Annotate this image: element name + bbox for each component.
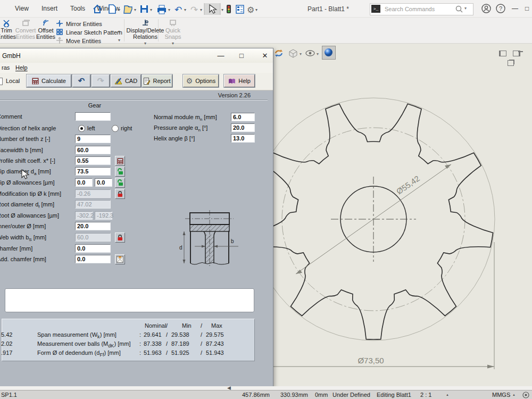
help-icon[interactable]: ?: [496, 4, 505, 13]
dialog-menu-extras[interactable]: ras: [2, 64, 10, 71]
status-units[interactable]: MMGS: [492, 392, 510, 398]
traffic-light-icon: [227, 5, 231, 13]
dialog-minimize-icon[interactable]: —: [215, 52, 227, 60]
chevron-down-icon[interactable]: ▾: [118, 29, 120, 34]
quick-toolbar-icons: ▾ ▾ ▾ ▾ ↶ ▾ ↷ ▾ ▾ ⚙ ▾: [89, 3, 260, 15]
field-input[interactable]: 0.0: [75, 255, 111, 263]
search-input[interactable]: Search Commands: [385, 6, 435, 12]
result-value: 29.641: [144, 331, 162, 338]
field-input[interactable]: 0.0: [95, 178, 112, 187]
dialog-menu-help[interactable]: Help: [15, 64, 28, 71]
maximize-icon[interactable]: □: [525, 5, 529, 12]
rebuild-icon[interactable]: [273, 48, 284, 59]
calculate-button[interactable]: Calculate: [27, 74, 71, 87]
minimize-doc-icon[interactable]: [518, 51, 523, 52]
field-input[interactable]: 6.0: [231, 113, 255, 121]
result-value: 51.943: [206, 350, 224, 356]
status-definition: Under Defined: [332, 392, 370, 398]
view-orientation-icon[interactable]: [288, 48, 298, 58]
field-input[interactable]: [75, 112, 111, 121]
dialog-title: GmbH: [2, 52, 21, 60]
menu-tools[interactable]: Tools: [70, 5, 85, 12]
search-commands-box[interactable]: >_ Search Commands ▾: [370, 3, 473, 15]
search-icon[interactable]: [455, 5, 463, 13]
field-input: 47.02: [75, 200, 111, 209]
display-style-button[interactable]: [322, 46, 336, 60]
chevron-down-icon[interactable]: ▾: [317, 52, 319, 56]
results-panel: Nominal/Min/Max5.42Span measurement (Wk)…: [2, 319, 255, 361]
hide-show-icon[interactable]: [305, 49, 315, 57]
chevron-down-icon[interactable]: ▾: [118, 38, 120, 43]
window-title: Part1 - Blatt1 *: [307, 5, 349, 13]
help-button-label: Help: [238, 78, 251, 84]
pane-left-icon[interactable]: [499, 51, 506, 56]
field-input[interactable]: 20.0: [75, 222, 111, 230]
chevron-down-icon[interactable]: ▾: [160, 40, 186, 47]
minimize-icon[interactable]: —: [512, 5, 518, 12]
status-editing[interactable]: Editing Blatt1: [377, 392, 411, 398]
chevron-down-icon: ▾: [184, 7, 186, 12]
field-input[interactable]: 60.0: [75, 146, 111, 154]
cmd-mirror-button[interactable]: Mirror Entities: [55, 19, 102, 28]
cmd-relations-button[interactable]: Display/DeleteRelations▾: [126, 19, 165, 47]
local-checkbox[interactable]: [0, 78, 3, 85]
cmd-linear-pattern-button[interactable]: Linear Sketch Pattern: [55, 28, 122, 36]
restore-doc-icon[interactable]: [508, 60, 514, 66]
cad-button[interactable]: CAD: [111, 74, 141, 87]
calculator-icon: [32, 78, 39, 85]
field-input[interactable]: 0.0: [75, 244, 111, 253]
helix-left-radio[interactable]: [78, 125, 85, 132]
properties-icon: [236, 5, 244, 13]
lock-open-icon[interactable]: [115, 178, 125, 188]
undo-button[interactable]: ↶: [72, 74, 90, 87]
caret-up-icon[interactable]: ▲: [512, 393, 516, 396]
calculator-small-icon[interactable]: [115, 156, 125, 166]
menu-insert[interactable]: Insert: [41, 5, 57, 12]
report-button[interactable]: Report: [142, 74, 172, 87]
field-input[interactable]: 20.0: [231, 123, 255, 132]
dialog-maximize-icon[interactable]: □: [236, 52, 247, 60]
chevron-down-icon: ▾: [150, 7, 152, 12]
results-header: /: [166, 322, 168, 329]
menu-view[interactable]: View: [15, 5, 29, 12]
chevron-down-icon[interactable]: ▾: [126, 40, 165, 47]
redo-button[interactable]: ↷: [92, 74, 110, 87]
status-tab-icon[interactable]: [522, 392, 529, 398]
lock-closed-icon[interactable]: [115, 189, 125, 199]
caret-up-icon[interactable]: ▲: [446, 393, 449, 396]
lock-open-icon[interactable]: [115, 167, 125, 177]
dialog-menu-bar: ras Help: [0, 63, 273, 73]
result-value: 87.189: [171, 340, 189, 347]
cmd-label: OffsetEntities: [33, 27, 59, 40]
solidworks-window: Ø55,42Ø73,50 ▾ ▾ View I: [0, 0, 532, 399]
help-button[interactable]: Help: [224, 74, 255, 87]
status-scale[interactable]: 2 : 1: [420, 392, 431, 398]
svg-text:?: ?: [499, 5, 502, 12]
dimension-tip-diameter: Ø73,50: [358, 356, 384, 365]
chevron-down-icon[interactable]: ▾: [300, 52, 302, 56]
dialog-title-bar[interactable]: GmbH — □ ✕: [0, 48, 273, 63]
field-label: Tip diameter da [mm]: [0, 168, 51, 176]
helix-right-radio[interactable]: [112, 125, 119, 132]
cmd-label: Linear Sketch Pattern: [66, 29, 122, 36]
field-input[interactable]: 0.55: [75, 156, 111, 165]
dialog-close-icon[interactable]: ✕: [259, 52, 271, 60]
field-label: Add. chamfer [mm]: [0, 256, 46, 263]
options-button[interactable]: ⚙Options: [183, 74, 219, 87]
user-account-icon[interactable]: [481, 4, 491, 13]
field-input[interactable]: 13.0: [231, 134, 255, 143]
field-input[interactable]: 73.5: [75, 167, 111, 176]
gear-icon: ⚙: [247, 5, 254, 14]
lock-closed-icon[interactable]: [115, 232, 125, 243]
field-label: Profile shift coeff. x* [-]: [0, 157, 55, 165]
field-input[interactable]: 0.0: [75, 178, 93, 187]
separator: [0, 99, 268, 101]
chevron-down-icon[interactable]: ▾: [464, 6, 467, 11]
options-button-label: Options: [195, 78, 215, 84]
gear-calculation-dialog: GmbH — □ ✕ ras Help Local Calculate↶↷CAD…: [0, 48, 273, 387]
cmd-offset-button[interactable]: OffsetEntities: [33, 19, 59, 40]
result-value: /: [166, 331, 168, 338]
calculate-button-label: Calculate: [41, 78, 66, 84]
chamfer-icon[interactable]: [115, 254, 125, 264]
field-input[interactable]: 9: [75, 135, 111, 143]
